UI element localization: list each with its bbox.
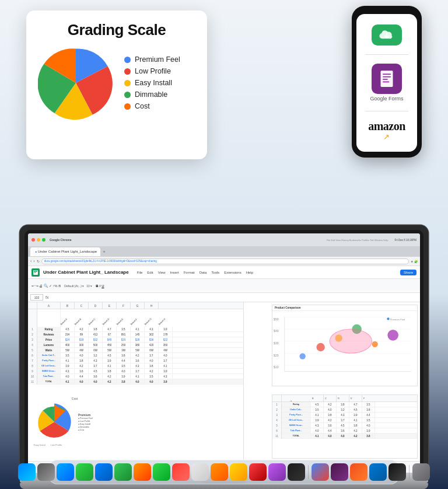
new-tab-btn[interactable]: + — [103, 249, 106, 254]
mini-chart-container: Cost — [34, 397, 116, 446]
spreadsheet: Under Cabinet Plant Light_ Landscape Fil… — [28, 266, 420, 473]
phone-divider-2 — [365, 111, 408, 111]
phone-app-amazon: amazon ↗ — [368, 120, 405, 141]
amazon-arrow: ↗ — [383, 132, 390, 141]
col-b: B — [61, 302, 75, 309]
legend-label-easyinstall: Easy Install — [135, 79, 172, 87]
col-g: G — [131, 302, 145, 309]
legend-label-premium: Premium Feel — [135, 55, 180, 64]
doc-menu: File Edit View Insert Format Data Tools … — [137, 271, 253, 274]
col-d: D — [89, 302, 103, 309]
col-f: F — [117, 302, 131, 309]
svg-text:$30: $30 — [274, 341, 279, 345]
menu-format[interactable]: Format — [184, 271, 195, 274]
dock-figma-icon[interactable] — [350, 463, 368, 481]
dock-podcasts-icon[interactable] — [268, 463, 286, 481]
legend-item-dimmable: Dimmable — [124, 90, 180, 99]
legend-item-lowprofile: Low Profile — [124, 67, 180, 75]
formula-input[interactable] — [51, 294, 418, 301]
menu-file[interactable]: File — [137, 271, 143, 274]
table-row: 3 Pretty Plant... 4.1 3.8 4.3 3.9 4.4 — [272, 413, 417, 418]
doc-title: Under Cabinet Plant Light_ Landscape — [43, 270, 129, 275]
laptop: Google Chrome File Edit View History Boo… — [20, 225, 428, 489]
menu-tools[interactable]: Tools — [211, 271, 219, 274]
table-row: 4 GE Led Grow... 3.9 4.2 3.7 4.1 3.5 — [272, 418, 417, 423]
table-row: 5 Watts 5W 4W 6W 5W 3W 5W 6W — [28, 348, 243, 353]
legend-label-dimmable: Dimmable — [135, 90, 167, 99]
back-btn[interactable]: ‹ — [30, 259, 32, 263]
formula-bar: 132 fx — [28, 293, 420, 302]
share-button[interactable]: Share — [400, 270, 416, 275]
italic-btn[interactable]: I — [99, 284, 100, 288]
dock-mail-icon[interactable] — [95, 463, 113, 481]
menu-help[interactable]: Help — [246, 271, 253, 274]
phone-app-forms: Google Forms — [370, 64, 403, 102]
dock-facetime-icon[interactable] — [153, 463, 170, 481]
browser-url-bar[interactable]: docs.google.com/spreadsheets/d/1jde4kLZU… — [41, 259, 409, 264]
legend-dot-dimmable — [124, 92, 131, 98]
dock-contacts-icon[interactable] — [191, 463, 209, 481]
chart-area: Product Comparison $50 $40 $30 $20 $10 — [244, 302, 420, 461]
dock-chrome-icon[interactable] — [312, 463, 329, 481]
menu-insert[interactable]: Insert — [170, 271, 179, 274]
dock-reminders-icon[interactable] — [211, 463, 228, 481]
url-text: docs.google.com/spreadsheets/d/1jde4kLZU… — [44, 260, 157, 263]
dock-safari-icon[interactable] — [57, 463, 74, 481]
browser-toolbar: ‹ › ↻ docs.google.com/spreadsheets/d/1jd… — [28, 257, 420, 266]
table-row: 8 GE Led Grow... 3.9 4.2 3.7 4.1 3.5 4.3 — [28, 364, 243, 369]
col-h: H — [145, 302, 159, 309]
sheets-icon — [32, 268, 40, 277]
col-headers: A B C D E F G H — [28, 302, 243, 309]
svg-point-19 — [316, 343, 324, 351]
table-row: 11 TOTAL 4.1 4.0 4.0 4.2 3.8 4.0 4.0 — [28, 379, 243, 385]
forward-btn[interactable]: › — [33, 259, 34, 263]
dock-finder-icon[interactable] — [18, 463, 36, 481]
menu-edit[interactable]: Edit — [147, 271, 153, 274]
cell-reference[interactable]: 132 — [30, 294, 43, 301]
browser-tab-active[interactable]: ● Under Cabinet Plant Light_Landscape — [30, 247, 100, 256]
scatter-chart: Product Comparison $50 $40 $30 $20 $10 — [272, 305, 418, 386]
bottom-right-table: Brand A B C D E F 1 Ra — [272, 394, 418, 459]
dock-tv-icon[interactable] — [288, 463, 305, 481]
svg-text:$20: $20 — [274, 354, 279, 357]
menu-data[interactable]: Data — [200, 271, 207, 274]
table-row: 2 Reviews 234 89 412 67 891 145 302 — [28, 332, 243, 337]
font-size[interactable]: 10 ▾ — [86, 284, 92, 288]
font-selector[interactable]: Default (Ar...) ▾ — [64, 284, 84, 288]
maximize-dot — [42, 238, 46, 242]
dock-terminal-icon[interactable] — [388, 463, 406, 481]
svg-rect-4 — [383, 82, 389, 83]
svg-rect-2 — [383, 76, 391, 78]
doc-title-bar: Under Cabinet Plant Light_ Landscape Fil… — [28, 266, 420, 279]
grading-card: Grading Scale Premium Feel — [26, 11, 207, 159]
legend-item-easyinstall: Easy Install — [124, 79, 180, 87]
bold-btn[interactable]: B — [96, 284, 98, 288]
refresh-btn[interactable]: ↻ — [37, 259, 40, 263]
dock-maps-icon[interactable] — [114, 463, 132, 481]
table-row: 4 Lumens 400 300 500 450 250 380 420 — [28, 343, 243, 348]
svg-text:$40: $40 — [274, 329, 279, 333]
legend-label-cost: Cost — [135, 102, 150, 110]
menu-view[interactable]: View — [158, 271, 166, 274]
svg-point-23 — [387, 330, 398, 341]
menu-extensions[interactable]: Extensions — [224, 271, 241, 274]
svg-rect-7 — [34, 272, 36, 273]
phone-app-cloud — [372, 25, 402, 46]
dock-messages-icon[interactable] — [76, 463, 93, 481]
dock-photos-icon[interactable] — [134, 463, 151, 481]
dock-launchpad-icon[interactable] — [37, 463, 55, 481]
underline-btn[interactable]: U — [102, 284, 104, 288]
dock-vscode-icon[interactable] — [369, 463, 387, 481]
dock-calendar-icon[interactable] — [172, 463, 190, 481]
bookmark-icon: ★ — [411, 260, 413, 263]
dock-slack-icon[interactable] — [331, 463, 348, 481]
svg-rect-3 — [383, 79, 388, 80]
dock-separator — [308, 465, 309, 479]
svg-point-22 — [372, 341, 377, 347]
table-row: 6 Tula Plant... 4.0 4.4 3.6 4.2 3.9 — [272, 428, 417, 434]
formula-icon: fx — [46, 295, 48, 299]
dock-notes-icon[interactable] — [230, 463, 247, 481]
dock-trash-icon[interactable] — [412, 463, 430, 481]
dock-music-icon[interactable] — [249, 463, 267, 481]
scene: Grading Scale Premium Feel — [0, 0, 448, 489]
